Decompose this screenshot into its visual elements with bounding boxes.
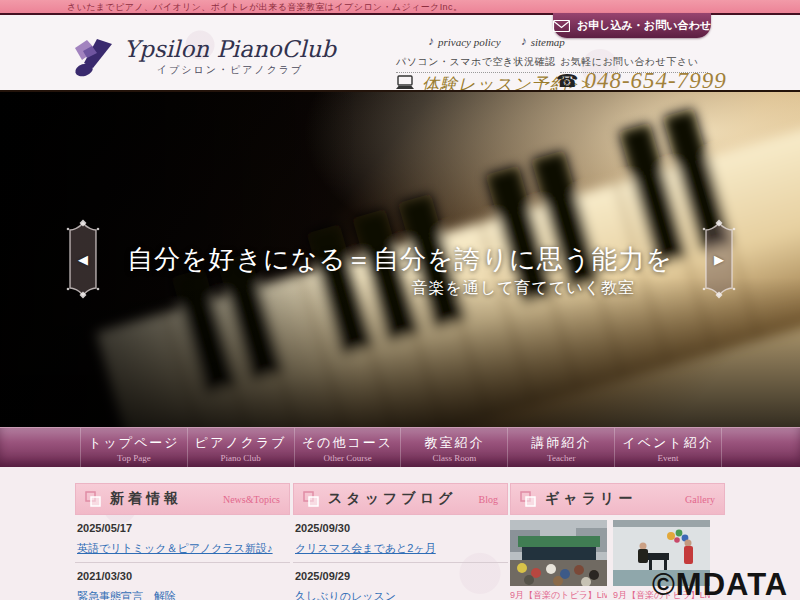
news-section: 新着情報 News&Topics 2025/05/17 英語でリトミック＆ピアノ…: [75, 483, 290, 600]
news-item: 2025/05/17 英語でリトミック＆ピアノクラス新設♪: [75, 515, 290, 563]
gallery-item: 9月【音楽のトビラ】Live＠: [510, 520, 607, 600]
nav-sublabel: Other Course: [295, 453, 401, 463]
gallery-header: ギャラリー Gallery: [510, 483, 725, 515]
carousel-next-button[interactable]: ▶: [696, 219, 742, 299]
blog-list: 2025/09/30 クリスマス会まであと2ヶ月 2025/09/29 久しぶり…: [293, 515, 508, 600]
overlap-squares-icon: [85, 491, 101, 507]
blog-header: スタッフブログ Blog: [293, 483, 508, 515]
blog-link[interactable]: 久しぶりのレッスン: [295, 589, 396, 600]
nav-sublabel: Piano Club: [188, 453, 294, 463]
nav-item-event[interactable]: イベント紹介 Event: [614, 428, 722, 468]
top-banner-text: さいたまでピアノ、バイオリン、ボイトレが出来る音楽教室はイプシロン・ムジィークI…: [67, 1, 462, 14]
nav-label: ピアノクラブ: [188, 434, 294, 452]
blog-tag: Blog: [479, 494, 498, 505]
nav-sublabel: Top Page: [81, 453, 187, 463]
news-date: 2021/03/30: [77, 570, 288, 582]
next-arrow-icon: ▶: [696, 219, 742, 299]
nav-items: トップページ Top Page ピアノクラブ Piano Club その他コース…: [80, 428, 722, 468]
privacy-policy-link[interactable]: ♪ privacy policy: [428, 34, 501, 49]
eighth-note-icon: ♪: [428, 34, 434, 49]
news-header: 新着情報 News&Topics: [75, 483, 290, 515]
logo-y-note-icon: [70, 37, 116, 83]
news-date: 2025/05/17: [77, 522, 288, 534]
envelope-icon: [553, 20, 570, 32]
news-link[interactable]: 英語でリトミック＆ピアノクラス新設♪: [77, 541, 273, 556]
blog-date: 2025/09/30: [295, 522, 506, 534]
nav-item-class-room[interactable]: 教室紹介 Class Room: [400, 428, 507, 468]
contact-apply-label: お申し込み・お問い合わせ: [577, 18, 711, 33]
logo-subtitle: イプシロン・ピアノクラブ: [124, 63, 336, 77]
logo[interactable]: Ypsilon PianoClub イプシロン・ピアノクラブ: [70, 37, 336, 83]
contact-apply-button[interactable]: お申し込み・お問い合わせ: [553, 13, 711, 38]
eighth-note-icon: ♪: [521, 34, 527, 49]
nav-item-teacher[interactable]: 講師紹介 Teacher: [507, 428, 614, 468]
blog-date: 2025/09/29: [295, 570, 506, 582]
overlap-squares-icon: [303, 491, 319, 507]
nav-item-other-course[interactable]: その他コース Other Course: [294, 428, 401, 468]
logo-text: Ypsilon PianoClub イプシロン・ピアノクラブ: [124, 37, 336, 77]
logo-title: Ypsilon PianoClub: [124, 37, 336, 61]
hero-subheadline: 音楽を通して育てていく教室: [0, 278, 800, 299]
privacy-policy-label: privacy policy: [438, 36, 501, 48]
trial-availability-note: パソコン・スマホで空き状況確認: [396, 55, 548, 73]
blog-section: スタッフブログ Blog 2025/09/30 クリスマス会まであと2ヶ月 20…: [293, 483, 508, 600]
phone-icon: ☎: [556, 72, 578, 90]
carousel-prev-button[interactable]: ◀: [60, 219, 106, 299]
news-tag: News&Topics: [223, 494, 280, 505]
gallery-caption[interactable]: 9月【音楽のトビラ】Live＠: [510, 589, 607, 600]
news-list: 2025/05/17 英語でリトミック＆ピアノクラス新設♪ 2021/03/30…: [75, 515, 290, 600]
page: さいたまでピアノ、バイオリン、ボイトレが出来る音楽教室はイプシロン・ムジィークI…: [0, 0, 800, 600]
gallery-title: ギャラリー: [545, 490, 636, 508]
overlap-squares-icon: [520, 491, 536, 507]
nav-label: イベント紹介: [615, 434, 721, 452]
gallery-photo-outdoor-live[interactable]: [510, 520, 607, 586]
utility-links: ♪ privacy policy ♪ sitemap: [428, 34, 565, 49]
watermark: ©MDATA: [652, 567, 788, 600]
main-navigation: トップページ Top Page ピアノクラブ Piano Club その他コース…: [0, 427, 800, 468]
blog-item: 2025/09/30 クリスマス会まであと2ヶ月: [293, 515, 508, 563]
nav-label: トップページ: [81, 434, 187, 452]
nav-item-piano-club[interactable]: ピアノクラブ Piano Club: [187, 428, 294, 468]
nav-label: 教室紹介: [401, 434, 507, 452]
nav-sublabel: Class Room: [401, 453, 507, 463]
prev-arrow-icon: ◀: [60, 219, 106, 299]
news-title: 新着情報: [110, 490, 182, 508]
sitemap-link[interactable]: ♪ sitemap: [521, 34, 565, 49]
nav-sublabel: Teacher: [508, 453, 614, 463]
nav-item-top-page[interactable]: トップページ Top Page: [80, 428, 187, 468]
blog-link[interactable]: クリスマス会まであと2ヶ月: [295, 541, 436, 556]
nav-sublabel: Event: [615, 453, 721, 463]
hero-headline: 自分を好きになる＝自分を誇りに思う能力を: [0, 242, 800, 277]
nav-label: 講師紹介: [508, 434, 614, 452]
news-link[interactable]: 緊急事態宣言 解除: [77, 589, 176, 600]
news-item: 2021/03/30 緊急事態宣言 解除: [75, 563, 290, 600]
blog-item: 2025/09/29 久しぶりのレッスン: [293, 563, 508, 600]
blog-title: スタッフブログ: [328, 490, 456, 508]
gallery-tag: Gallery: [685, 494, 715, 505]
nav-label: その他コース: [295, 434, 401, 452]
hero-carousel: 自分を好きになる＝自分を誇りに思う能力を 音楽を通して育てていく教室 ◀ ▶: [0, 90, 800, 427]
sitemap-label: sitemap: [531, 36, 565, 48]
